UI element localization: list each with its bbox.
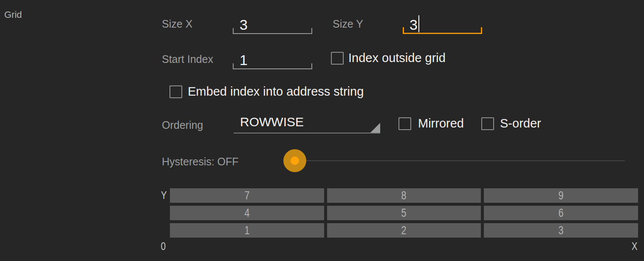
- grid-preview: 7 8 9 4 5 6 1 2 3: [170, 188, 638, 238]
- size-y-input[interactable]: 3: [403, 15, 482, 34]
- s-order-checkbox[interactable]: [481, 117, 494, 130]
- mirrored-checkbox[interactable]: [398, 117, 411, 130]
- grid-pad[interactable]: 3: [484, 223, 638, 238]
- dropdown-arrow-icon: [370, 123, 380, 133]
- x-axis-label: X: [631, 240, 638, 253]
- slider-knob-dot: [291, 156, 299, 165]
- s-order-label: S-order: [500, 116, 541, 130]
- grid-pad[interactable]: 4: [170, 206, 324, 220]
- index-outside-grid-checkbox[interactable]: [331, 52, 344, 65]
- ordering-value: ROWWISE: [240, 115, 304, 129]
- grid-pad[interactable]: 9: [484, 188, 638, 203]
- ordering-dropdown[interactable]: ROWWISE: [234, 115, 380, 133]
- grid-pad[interactable]: 7: [170, 188, 324, 203]
- grid-pad[interactable]: 6: [484, 206, 638, 220]
- panel-title: Grid: [4, 9, 22, 20]
- grid-settings-panel: Grid Size X 3 Size Y 3 Start Index 1 Ind…: [0, 0, 644, 261]
- ordering-underline: [234, 133, 380, 133]
- hysteresis-slider-knob[interactable]: [283, 149, 306, 172]
- embed-index-label: Embed index into address string: [188, 85, 364, 99]
- index-outside-grid-label: Index outside grid: [348, 51, 446, 65]
- grid-pad[interactable]: 5: [327, 206, 481, 220]
- start-index-input[interactable]: 1: [233, 51, 312, 69]
- grid-pad[interactable]: 8: [327, 188, 481, 203]
- start-index-label: Start Index: [162, 53, 213, 65]
- size-y-underline: [403, 27, 482, 34]
- origin-label: 0: [160, 240, 166, 253]
- embed-index-checkbox[interactable]: [169, 85, 182, 98]
- start-index-underline: [233, 63, 312, 69]
- hysteresis-label: Hysteresis: OFF: [162, 156, 239, 168]
- hysteresis-slider-track[interactable]: [295, 160, 625, 161]
- grid-pad[interactable]: 1: [170, 223, 324, 238]
- mirrored-label: Mirrored: [418, 116, 464, 130]
- ordering-label: Ordering: [162, 119, 203, 131]
- size-x-label: Size X: [162, 18, 192, 30]
- y-axis-label: Y: [160, 189, 167, 202]
- size-x-input[interactable]: 3: [233, 15, 312, 34]
- size-y-label: Size Y: [333, 18, 363, 30]
- size-x-underline: [233, 28, 312, 34]
- grid-pad[interactable]: 2: [327, 223, 481, 238]
